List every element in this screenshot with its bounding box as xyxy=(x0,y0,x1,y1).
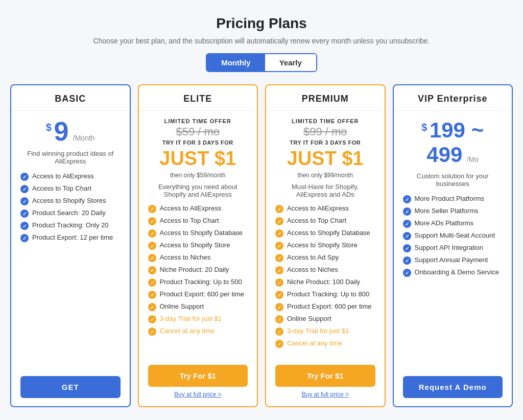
plan-body-premium: LIMITED TIME OFFER $99 / mo TRY IT FOR 3… xyxy=(266,111,385,359)
feature-text: Access to AliExpress xyxy=(32,172,94,181)
feature-item: ✓ Niche Product: 20 Daily xyxy=(148,266,248,274)
feature-item: ✓ More Product Platforms xyxy=(403,195,503,203)
buy-full-link-premium[interactable]: Buy at full price > xyxy=(275,391,375,398)
feature-item: ✓ Product Export: 600 per time xyxy=(148,290,248,299)
feature-text: Access to Niches xyxy=(160,253,211,262)
feature-text: Niche Product: 20 Daily xyxy=(160,266,229,274)
plan-description: Must-Have for Shopify, AliExpress and AD… xyxy=(275,183,375,198)
yearly-toggle[interactable]: Yearly xyxy=(265,54,316,71)
feature-text: More Seller Platforms xyxy=(415,207,479,216)
plan-name-elite: ELITE xyxy=(144,94,252,104)
feature-check-icon: ✓ xyxy=(403,207,411,216)
feature-text: Cancel at any time xyxy=(287,339,342,348)
feature-text: Support API Integration xyxy=(415,244,483,252)
feature-item: ✓ Access to AliExpress xyxy=(148,204,248,213)
feature-check-icon: ✓ xyxy=(20,234,29,242)
cta-button-basic[interactable]: GET xyxy=(20,376,121,398)
plan-description: Find winning product ideas of AliExpress xyxy=(20,150,121,165)
feature-text: Product Tracking: Up to 500 xyxy=(160,278,242,287)
feature-item: ✓ 3-day Trial for just $1 xyxy=(275,327,375,336)
feature-check-icon: ✓ xyxy=(148,217,156,225)
feature-item: ✓ Onboarding & Demo Service xyxy=(403,268,503,277)
price-per: /Mo xyxy=(467,155,479,164)
feature-item: ✓ Product Export: 12 per time xyxy=(20,234,121,242)
try-label: TRY IT FOR 3 DAYS FOR xyxy=(148,139,248,146)
plan-header-basic: BASIC xyxy=(11,85,130,111)
buy-full-link-elite[interactable]: Buy at full price > xyxy=(148,391,248,398)
just-price: JUST $1 xyxy=(148,148,248,170)
feature-item: ✓ Support Multi-Seat Account xyxy=(403,231,503,240)
price-dollar: $ xyxy=(421,122,427,133)
price-per: /Month xyxy=(73,134,95,142)
page-title: Pricing Plans xyxy=(10,15,513,32)
plan-header-elite: ELITE xyxy=(139,85,257,111)
feature-check-icon: ✓ xyxy=(148,291,156,299)
feature-text: Product Export: 600 per time xyxy=(160,290,244,299)
feature-check-icon: ✓ xyxy=(275,328,283,336)
feature-check-icon: ✓ xyxy=(403,244,411,252)
billing-toggle[interactable]: Monthly Yearly xyxy=(206,53,317,72)
feature-item: ✓ Niche Product: 100 Daily xyxy=(275,278,375,287)
feature-list-vip: ✓ More Product Platforms ✓ More Seller P… xyxy=(403,195,503,281)
feature-check-icon: ✓ xyxy=(403,269,411,277)
feature-list-basic: ✓ Access to AliExpress ✓ Access to Top C… xyxy=(20,172,121,268)
plan-card-elite: ELITE LIMITED TIME OFFER $59 / mo TRY IT… xyxy=(138,84,258,407)
feature-text: Access to AliExpress xyxy=(160,204,222,213)
plan-card-basic: BASIC $ 9 /Month Find winning product id… xyxy=(10,84,131,407)
feature-text: 3-day Trial for just $1 xyxy=(160,315,222,323)
feature-item: ✓ Product Search: 20 Daily xyxy=(20,209,121,218)
try-label: TRY IT FOR 3 DAYS FOR xyxy=(275,139,375,146)
feature-item: ✓ Access to Top Chart xyxy=(275,217,375,225)
feature-item: ✓ Access to Shopify Database xyxy=(275,229,375,238)
feature-check-icon: ✓ xyxy=(148,205,156,213)
feature-text: Product Export: 600 per time xyxy=(287,302,371,311)
basic-price: $ 9 /Month xyxy=(20,118,121,145)
feature-check-icon: ✓ xyxy=(148,266,156,274)
feature-text: Support Multi-Seat Account xyxy=(415,231,495,240)
cta-button-elite[interactable]: Try For $1 xyxy=(148,365,248,387)
feature-check-icon: ✓ xyxy=(275,340,283,348)
then-price: then only $59/month xyxy=(148,172,248,179)
feature-check-icon: ✓ xyxy=(275,242,283,250)
feature-text: 3-day Trial for just $1 xyxy=(287,327,349,336)
feature-item: ✓ Access to Shopify Store xyxy=(275,241,375,250)
then-price: then only $99/month xyxy=(275,172,375,179)
feature-check-icon: ✓ xyxy=(275,229,283,238)
page-subtitle: Choose your best plan, and the subscript… xyxy=(10,37,513,45)
feature-item: ✓ Access to Top Chart xyxy=(148,217,248,225)
feature-check-icon: ✓ xyxy=(275,303,283,311)
plan-card-vip: VIP Enterprise $ 199 ~ 499 /Mo Custom so… xyxy=(393,84,513,407)
original-price: $59 / mo xyxy=(148,125,248,138)
cta-button-premium[interactable]: Try For $1 xyxy=(275,365,375,387)
feature-item: ✓ Access to AliExpress xyxy=(20,172,121,181)
feature-check-icon: ✓ xyxy=(148,303,156,311)
feature-list-premium: ✓ Access to AliExpress ✓ Access to Top C… xyxy=(275,204,375,352)
feature-check-icon: ✓ xyxy=(275,291,283,299)
feature-check-icon: ✓ xyxy=(148,229,156,238)
feature-item: ✓ Cancel at any time xyxy=(275,339,375,348)
feature-item: ✓ More ADs Platforms xyxy=(403,219,503,228)
feature-item: ✓ Access to Shopify Stores xyxy=(20,197,121,205)
plan-body-basic: $ 9 /Month Find winning product ideas of… xyxy=(11,111,130,370)
feature-check-icon: ✓ xyxy=(275,266,283,274)
plan-body-elite: LIMITED TIME OFFER $59 / mo TRY IT FOR 3… xyxy=(139,111,257,359)
feature-check-icon: ✓ xyxy=(148,328,156,336)
limited-offer: LIMITED TIME OFFER xyxy=(275,118,375,124)
feature-text: Product Tracking: Up to 800 xyxy=(287,290,369,299)
feature-item: ✓ Access to AliExpress xyxy=(275,204,375,213)
monthly-toggle[interactable]: Monthly xyxy=(207,54,265,71)
cta-button-vip[interactable]: Request A Demo xyxy=(403,376,503,398)
feature-item: ✓ Access to Top Chart xyxy=(20,184,121,193)
feature-item: ✓ Product Tracking: Only 20 xyxy=(20,221,121,230)
plan-header-premium: PREMIUM xyxy=(266,85,385,111)
plans-container: BASIC $ 9 /Month Find winning product id… xyxy=(10,84,513,407)
feature-item: ✓ Support Annual Payment xyxy=(403,256,503,265)
feature-text: Access to Shopify Database xyxy=(160,229,243,238)
plan-description: Custom solution for your businesses xyxy=(403,172,503,188)
feature-item: ✓ 3-day Trial for just $1 xyxy=(148,315,248,323)
feature-item: ✓ Online Support xyxy=(148,302,248,311)
feature-check-icon: ✓ xyxy=(148,278,156,287)
feature-check-icon: ✓ xyxy=(20,173,29,181)
feature-check-icon: ✓ xyxy=(275,278,283,287)
feature-text: Access to Niches xyxy=(287,266,338,274)
